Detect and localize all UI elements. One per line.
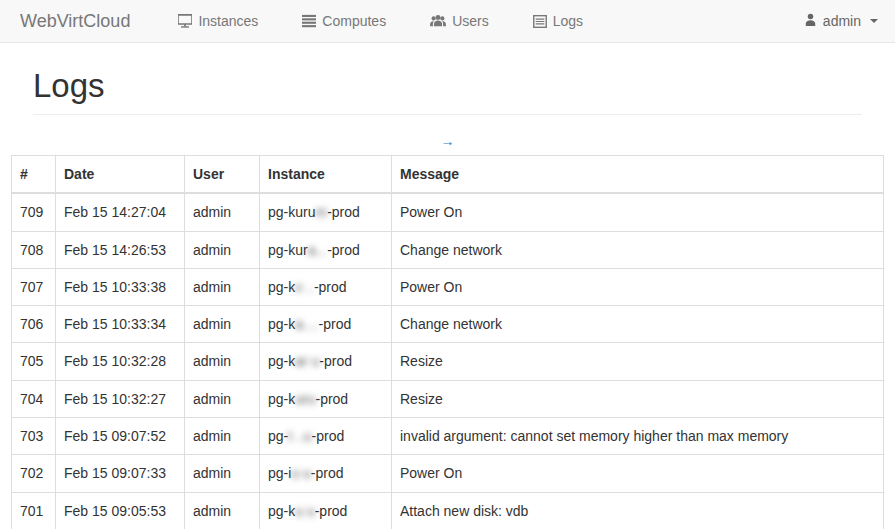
tasks-icon — [302, 14, 316, 28]
desktop-icon — [178, 14, 192, 28]
log-user: admin — [185, 455, 260, 492]
log-message: Attach new disk: vdb — [392, 492, 884, 529]
nav-item-computes[interactable]: Computes — [287, 2, 401, 40]
log-id: 706 — [12, 306, 56, 343]
column-header-instance: Instance — [260, 156, 392, 194]
page-title: Logs — [33, 68, 862, 104]
instance-redacted: u u — [291, 465, 310, 481]
log-id: 708 — [12, 231, 56, 268]
instance-redacted: uru — [295, 391, 315, 407]
log-id: 702 — [12, 455, 56, 492]
instance-prefix: pg-k — [268, 391, 295, 407]
log-user: admin — [185, 380, 260, 417]
log-id: 704 — [12, 380, 56, 417]
instance-redacted: u u — [295, 503, 314, 519]
column-header-message: Message — [392, 156, 884, 194]
log-date: Feb 15 09:07:33 — [56, 455, 185, 492]
log-id: 703 — [12, 418, 56, 455]
instance-prefix: pg-kuru — [268, 204, 315, 220]
logs-table: # Date User Instance Message 709 Feb 15 … — [11, 155, 884, 529]
column-header-date: Date — [56, 156, 185, 194]
instance-prefix: pg-k — [268, 279, 295, 295]
log-date: Feb 15 10:33:38 — [56, 268, 185, 305]
log-user: admin — [185, 268, 260, 305]
log-id: 707 — [12, 268, 56, 305]
instance-prefix: pg-kur — [268, 242, 308, 258]
log-row: 702 Feb 15 09:07:33 admin pg-iu u-prod P… — [12, 455, 884, 492]
log-message: Power On — [392, 455, 884, 492]
log-user: admin — [185, 306, 260, 343]
caret-down-icon — [870, 19, 878, 23]
nav-item-users[interactable]: Users — [415, 2, 504, 40]
log-message: Change network — [392, 306, 884, 343]
nav-item-label: Logs — [553, 13, 583, 29]
instance-redacted: a... — [308, 242, 327, 258]
nav-item-label: Computes — [322, 13, 386, 29]
column-header-user: User — [185, 156, 260, 194]
log-row: 704 Feb 15 10:32:27 admin pg-kuru-prod R… — [12, 380, 884, 417]
log-user: admin — [185, 343, 260, 380]
brand-webvirtcloud[interactable]: WebVirtCloud — [0, 11, 145, 32]
log-instance: pg-iu u-prod — [260, 455, 392, 492]
page-header: Logs — [33, 68, 862, 115]
instance-suffix: -prod — [314, 279, 347, 295]
log-date: Feb 15 10:32:28 — [56, 343, 185, 380]
log-row: 707 Feb 15 10:33:38 admin pg-kv ..-prod … — [12, 268, 884, 305]
nav-item-logs[interactable]: Logs — [518, 2, 598, 40]
nav-item-instances[interactable]: Instances — [163, 2, 273, 40]
log-date: Feb 15 14:27:04 — [56, 193, 185, 231]
column-header-number: # — [12, 156, 56, 194]
log-instance: pg-ku u-prod — [260, 492, 392, 529]
log-instance: pg-kuru-prod — [260, 380, 392, 417]
instance-redacted: t ..u — [288, 428, 311, 444]
instance-prefix: pg-k — [268, 353, 295, 369]
pagination: → — [0, 131, 895, 151]
instance-prefix: pg-k — [268, 316, 295, 332]
instance-redacted: v .. — [295, 279, 314, 295]
log-row: 701 Feb 15 09:05:53 admin pg-ku u-prod A… — [12, 492, 884, 529]
logs-table-body: 709 Feb 15 14:27:04 admin pg-kurum-prod … — [12, 193, 884, 529]
instance-suffix: -prod — [327, 242, 360, 258]
header-divider — [33, 114, 862, 115]
log-row: 708 Feb 15 14:26:53 admin pg-kura...-pro… — [12, 231, 884, 268]
instance-suffix: -prod — [315, 391, 348, 407]
instance-prefix: pg- — [268, 428, 288, 444]
user-menu[interactable]: admin — [787, 2, 895, 40]
instance-suffix: -prod — [315, 503, 348, 519]
log-message: Power On — [392, 268, 884, 305]
instance-redacted: ar u — [295, 353, 319, 369]
instance-prefix: pg-i — [268, 465, 291, 481]
log-message: Resize — [392, 380, 884, 417]
users-icon — [430, 14, 446, 28]
log-instance: pg-kv ..-prod — [260, 268, 392, 305]
next-page-link[interactable]: → — [441, 133, 455, 149]
log-id: 701 — [12, 492, 56, 529]
table-header-row: # Date User Instance Message — [12, 156, 884, 194]
instance-prefix: pg-k — [268, 503, 295, 519]
user-menu-label: admin — [823, 13, 861, 29]
nav-item-label: Instances — [198, 13, 258, 29]
log-row: 705 Feb 15 10:32:28 admin pg-kar u-prod … — [12, 343, 884, 380]
logs-table-container: # Date User Instance Message 709 Feb 15 … — [11, 155, 884, 529]
log-date: Feb 15 09:05:53 — [56, 492, 185, 529]
log-user: admin — [185, 193, 260, 231]
log-instance: pg-t ..u-prod — [260, 418, 392, 455]
log-instance: pg-kar u-prod — [260, 343, 392, 380]
log-message: Resize — [392, 343, 884, 380]
log-instance: pg-kurum-prod — [260, 193, 392, 231]
log-row: 706 Feb 15 10:33:34 admin pg-ka....-prod… — [12, 306, 884, 343]
nav-list: Instances Computes Users Logs — [163, 2, 612, 40]
log-id: 705 — [12, 343, 56, 380]
log-message: Power On — [392, 193, 884, 231]
log-user: admin — [185, 418, 260, 455]
log-message: Change network — [392, 231, 884, 268]
instance-suffix: -prod — [319, 353, 352, 369]
instance-redacted: m — [315, 204, 327, 220]
log-instance: pg-kura...-prod — [260, 231, 392, 268]
log-row: 703 Feb 15 09:07:52 admin pg-t ..u-prod … — [12, 418, 884, 455]
instance-suffix: -prod — [319, 316, 352, 332]
list-icon — [533, 15, 547, 28]
log-id: 709 — [12, 193, 56, 231]
nav-item-label: Users — [452, 13, 489, 29]
log-user: admin — [185, 492, 260, 529]
